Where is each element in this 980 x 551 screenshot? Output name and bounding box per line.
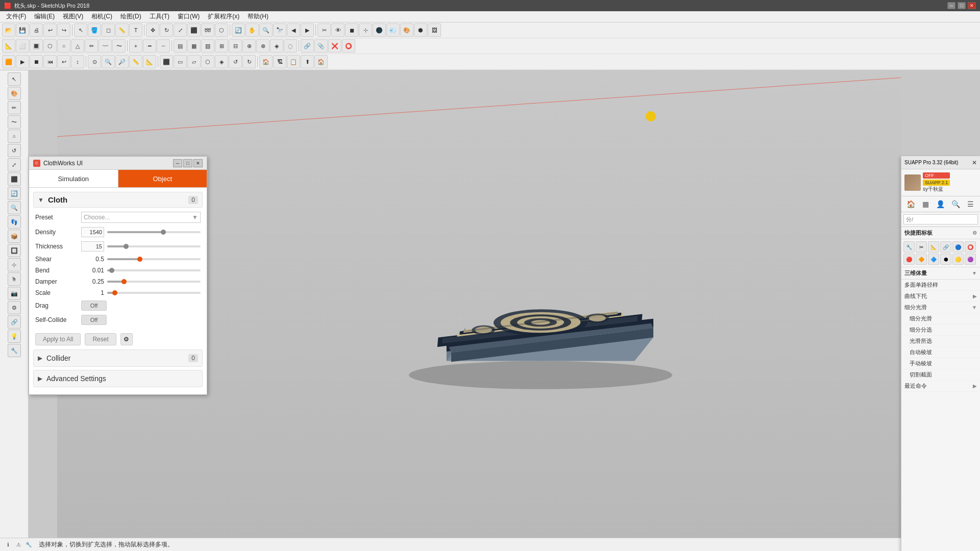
tool-scale3[interactable]: ⤢ [8,158,21,171]
q-icon-7[interactable]: 🔴 [903,254,915,265]
cloth-settings-icon[interactable]: ⚙ [120,333,133,345]
tb2-11[interactable]: ━ [143,39,156,53]
menu-draw[interactable]: 绘图(D) [116,11,145,22]
tb3-20[interactable]: 🏗 [273,55,286,68]
tb-open[interactable]: 📂 [2,23,15,37]
tb-orbit[interactable]: 🔄 [232,23,245,37]
tb-print[interactable]: 🖨 [30,23,43,37]
tool-extra1[interactable]: ⊹ [8,258,21,271]
menu-tools[interactable]: 工具(T) [145,11,174,22]
menu-window[interactable]: 窗口(W) [174,11,204,22]
tb2-1[interactable]: 📐 [2,39,15,53]
q-icon-10[interactable]: ⬢ [940,254,951,265]
tool-line[interactable]: ✏ [8,101,21,114]
tb3-3[interactable]: ⏹ [30,55,43,68]
tool-paint[interactable]: 🎨 [8,87,21,100]
suapp-search-input[interactable] [903,214,978,224]
density-slider[interactable] [107,231,201,233]
tb3-7[interactable]: ⊙ [88,55,101,68]
tb-shading[interactable]: ◼ [345,23,358,37]
tb-zoom-ext[interactable]: 🔭 [273,23,286,37]
tb-text[interactable]: T [129,23,142,37]
tb-follow[interactable]: ➿ [201,23,214,37]
tb-shadows[interactable]: 🌑 [373,23,386,37]
tb-save[interactable]: 💾 [16,23,29,37]
tb2-22[interactable]: 🔗 [301,39,314,53]
tb-styles[interactable]: 🖼 [428,23,441,37]
tb2-25[interactable]: ⭕ [342,39,355,53]
reset-button[interactable]: Reset [85,333,116,345]
tb3-5[interactable]: ↩ [57,55,70,68]
q-icon-6[interactable]: ⭕ [965,241,976,253]
suapp-menu-icon[interactable]: ☰ [965,198,976,210]
tb2-17[interactable]: ⊟ [229,39,242,53]
tb3-4[interactable]: ⏮ [43,55,57,68]
menu-view[interactable]: 视图(V) [59,11,87,22]
tool-3d[interactable]: 📦 [8,230,21,243]
q-icon-12[interactable]: 🟣 [965,254,976,265]
status-icon-2[interactable]: ⚠ [14,541,22,549]
panel-title-bar[interactable]: C ClothWorks UI ─ □ ✕ [29,157,207,170]
q-icon-4[interactable]: 🔗 [940,241,951,253]
tab-object[interactable]: Object [118,170,207,187]
tool-comp[interactable]: 🔲 [8,244,21,257]
tool-extra3[interactable]: 📷 [8,287,21,300]
tb3-13[interactable]: ▭ [174,55,187,68]
tb2-6[interactable]: △ [71,39,84,53]
tb-zoom[interactable]: 🔍 [259,23,273,37]
tb-paint[interactable]: 🪣 [88,23,101,37]
apply-to-all-button[interactable]: Apply to All [35,333,81,345]
tb3-22[interactable]: ⬆ [301,55,314,68]
tb2-19[interactable]: ⊗ [256,39,270,53]
tb2-14[interactable]: ▦ [187,39,201,53]
tb3-18[interactable]: ↻ [242,55,256,68]
thickness-input[interactable] [81,241,104,252]
suapp-item-subdiv[interactable]: 细分光滑 [901,313,980,324]
tb3-6[interactable]: ↕ [71,55,84,68]
tool-arc[interactable]: 〜 [8,115,21,129]
suapp-grid-icon[interactable]: ▦ [920,198,932,210]
tool-zoom2[interactable]: 🔍 [8,201,21,214]
tb3-14[interactable]: ▱ [187,55,201,68]
tb-rotate[interactable]: ↻ [160,23,173,37]
suapp-quick-tools-header[interactable]: 快捷图标板 ⚙ [901,227,980,239]
q-icon-5[interactable]: 🔵 [952,241,964,253]
suapp-item-recent[interactable]: 最近命令 ▶ [901,381,980,392]
scale-slider[interactable] [107,292,201,294]
suapp-gear-icon[interactable]: ⚙ [972,230,977,236]
q-icon-11[interactable]: 🟡 [952,254,964,265]
tb-display[interactable]: 👁 [331,23,345,37]
suapp-user-icon[interactable]: 👤 [935,198,946,210]
tb-select[interactable]: ↖ [74,23,87,37]
q-icon-1[interactable]: 🔧 [903,241,915,253]
q-icon-2[interactable]: ✂ [916,241,927,253]
maximize-button[interactable]: □ [958,2,966,9]
tb-components[interactable]: ⬢ [414,23,427,37]
tb-next[interactable]: ▶ [301,23,314,37]
suapp-item-curve[interactable]: 曲线下托 ▶ [901,291,980,302]
tb3-11[interactable]: 📐 [143,55,156,68]
suapp-title-bar[interactable]: SUAPP Pro 3.32 (64bit) ✕ [901,156,980,169]
bend-slider[interactable] [107,269,201,271]
collider-section[interactable]: ▶ Collider 0 [33,349,203,367]
suapp-expand-icon[interactable]: ▼ [972,270,977,276]
tb-materials[interactable]: 🎨 [400,23,413,37]
status-icon-3[interactable]: 🔧 [24,541,33,549]
q-icon-9[interactable]: 🔷 [928,254,939,265]
tool-extra2[interactable]: 🖱 [8,272,21,286]
self-collide-toggle[interactable]: Off [81,315,107,325]
tb-pan[interactable]: ✋ [246,23,259,37]
tb-redo[interactable]: ↪ [57,23,70,37]
suapp-item-subdiv-sub[interactable]: 细分分选 [901,324,980,336]
panel-close[interactable]: ✕ [193,159,203,167]
tb3-10[interactable]: 📏 [129,55,142,68]
tb2-3[interactable]: 🔳 [30,39,43,53]
tb2-7[interactable]: ✏ [85,39,98,53]
tb-offset[interactable]: ⬡ [215,23,228,37]
tb3-19[interactable]: 🏠 [259,55,273,68]
tool-circle[interactable]: ○ [8,130,21,143]
tb-prev[interactable]: ◀ [287,23,300,37]
q-icon-8[interactable]: 🔶 [916,254,927,265]
suapp-item-cut[interactable]: 切割截面 [901,369,980,381]
tb2-20[interactable]: ◈ [270,39,283,53]
